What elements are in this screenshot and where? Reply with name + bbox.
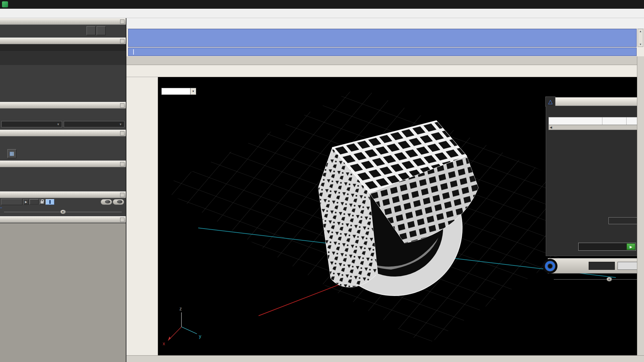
- rhino-menu-bar: [126, 18, 644, 29]
- history-back-button[interactable]: [87, 26, 96, 35]
- play-icon: ▶: [627, 243, 635, 250]
- z-axis-label: z: [179, 306, 182, 311]
- close-icon[interactable]: [120, 19, 124, 24]
- title-bar: [0, 0, 644, 9]
- grid-settings-icon[interactable]: ▦: [7, 149, 16, 158]
- vertical-scrollbar[interactable]: [637, 56, 644, 355]
- projects-body: [0, 223, 126, 362]
- snaps-row-2: ▦: [0, 148, 126, 159]
- history-forward-button[interactable]: [97, 26, 106, 35]
- metal-weights-panel: △: [546, 97, 637, 256]
- category-tabs-row-1: [0, 51, 126, 58]
- info-row-2: [0, 179, 126, 190]
- category-tabs-row-2: [0, 58, 126, 65]
- close-icon[interactable]: [120, 162, 124, 166]
- toggle-knob-icon: [105, 200, 110, 203]
- layer-expand-icon[interactable]: ▶: [23, 199, 29, 205]
- minimize-button[interactable]: [586, 0, 601, 9]
- calculate-button[interactable]: ▶: [578, 243, 636, 251]
- layer-lock-icon[interactable]: [39, 199, 45, 205]
- chevron-down-icon: ▼: [190, 88, 196, 95]
- perspective-viewport[interactable]: z x y ▼ △: [158, 77, 637, 355]
- sidebar-toolbar-row-2: [0, 78, 126, 89]
- scale-icon: △: [545, 97, 555, 107]
- rhino-main-area: ▲▼: [126, 18, 644, 362]
- main-menu-row: [0, 44, 126, 51]
- close-icon[interactable]: [120, 218, 124, 222]
- close-icon[interactable]: [120, 103, 124, 108]
- layers-header: [0, 191, 126, 198]
- close-icon[interactable]: [120, 39, 124, 43]
- x-axis-label: x: [163, 341, 165, 346]
- table-header[interactable]: [549, 117, 637, 125]
- show-toggle[interactable]: [113, 199, 124, 205]
- chevron-down-icon: ▼: [606, 277, 612, 282]
- info-settings-header: [0, 161, 126, 167]
- layers-panel-slider[interactable]: ▼: [0, 209, 126, 215]
- close-button[interactable]: [626, 0, 641, 9]
- ring-size-dropdown[interactable]: ▼: [618, 262, 637, 270]
- info-row-1: [0, 167, 126, 179]
- display-mode-dropdown[interactable]: ▼: [64, 121, 124, 127]
- sidebar-toolbar-row-1: [0, 66, 126, 78]
- horizontal-scrollbar[interactable]: [126, 355, 644, 362]
- y-axis-label: y: [199, 334, 201, 339]
- layer-color-swatch[interactable]: [30, 199, 39, 204]
- rhino-side-toolbar: [126, 77, 158, 362]
- matrix-logo-icon: [2, 1, 8, 7]
- close-icon[interactable]: [120, 131, 124, 135]
- use-object-materials-dropdown[interactable]: [608, 217, 637, 224]
- chevron-down-icon: ▼: [119, 123, 122, 126]
- matrix-app-window: ▼ ▼ ▦: [0, 0, 644, 362]
- maximize-button[interactable]: [607, 0, 623, 9]
- command-history-scrollbar[interactable]: ▲▼: [638, 29, 643, 47]
- layer-visibility-toggle[interactable]: [46, 199, 54, 205]
- app-menu-bar: [0, 9, 644, 18]
- rhino-toolbar: [126, 65, 644, 77]
- snaps-row-1: [0, 136, 126, 148]
- display-dropdowns: ▼ ▼: [0, 121, 126, 128]
- toggle-knob-icon: [117, 200, 122, 203]
- chevron-down-icon: ▼: [60, 209, 66, 214]
- toolbar-tab-strip: [126, 56, 644, 65]
- chevron-up-icon: ▲: [639, 30, 642, 33]
- axis-gizmo: z x y: [163, 306, 201, 346]
- command-history[interactable]: [128, 29, 637, 47]
- viewport-title-dropdown[interactable]: ▼: [161, 88, 196, 95]
- close-icon[interactable]: [120, 193, 124, 197]
- main-menu-header: [0, 38, 126, 44]
- chevron-down-icon: ▼: [639, 43, 642, 46]
- table-horizontal-scrollbar[interactable]: ◀ ▶: [548, 125, 637, 130]
- ring-size-region-field[interactable]: [589, 262, 615, 270]
- display-header: [0, 102, 126, 109]
- library-row: [548, 109, 637, 114]
- ring-rail-icon[interactable]: [543, 259, 557, 274]
- projects-header: [0, 216, 126, 223]
- layer-scroll-strip[interactable]: [0, 207, 2, 208]
- ring-rail-slider[interactable]: ▼: [554, 276, 637, 282]
- icon-history-row: [0, 25, 126, 36]
- text-caret: [133, 49, 134, 55]
- hide-toggle[interactable]: [101, 199, 112, 205]
- matrix-sidebar: ▼ ▼ ▦: [0, 18, 126, 362]
- metal-weights-titlebar[interactable]: △: [546, 97, 637, 106]
- layer-lights[interactable]: [1, 199, 22, 205]
- ring-rail-panel: ▼: [548, 258, 637, 274]
- history-nav: [87, 26, 106, 35]
- snaps-header: [0, 130, 126, 136]
- mesh-quality-dropdown[interactable]: ▼: [1, 121, 62, 127]
- command-input[interactable]: [128, 48, 637, 56]
- lights-layer-row: ▶: [0, 198, 126, 205]
- chevron-left-icon[interactable]: ◀: [550, 126, 552, 129]
- metal-weights-table: ▲ ▼: [548, 117, 637, 125]
- chevron-down-icon: ▼: [57, 123, 60, 126]
- sidebar-toolbar-row-3: [0, 89, 126, 101]
- display-icons-row: [0, 109, 126, 121]
- icon-history-header: [0, 18, 126, 25]
